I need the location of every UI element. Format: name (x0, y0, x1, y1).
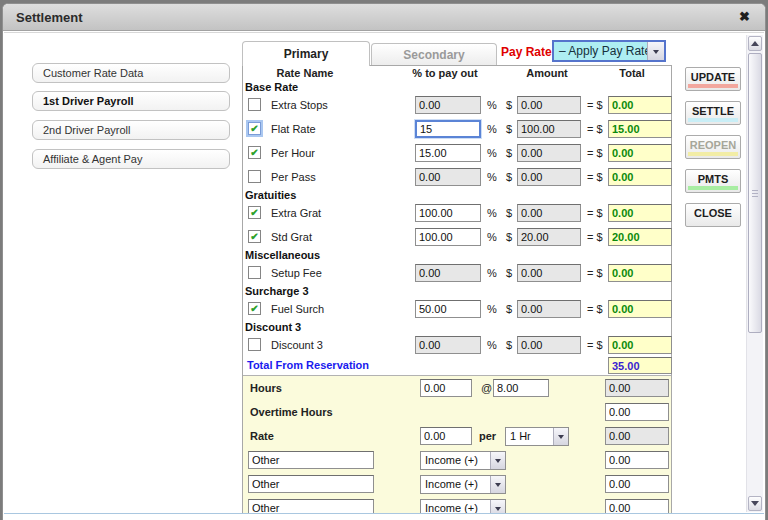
scrollbar-up-icon[interactable] (748, 36, 762, 51)
checkbox[interactable]: ✔ (248, 302, 261, 315)
tab-secondary[interactable]: Secondary (371, 43, 497, 66)
check-icon: ✔ (250, 123, 258, 134)
percent-sign: % (487, 165, 497, 189)
amount-input[interactable] (517, 264, 581, 282)
pct-input[interactable] (415, 264, 481, 282)
dropdown-arrow-icon[interactable] (490, 500, 505, 514)
amount-input[interactable] (517, 120, 581, 138)
close-button[interactable]: CLOSE (685, 203, 741, 227)
check-icon: ✔ (250, 231, 258, 242)
amount-input[interactable] (517, 96, 581, 114)
scrollbar-thumb[interactable] (748, 53, 762, 333)
rate-unit-value: 1 Hr (510, 430, 531, 442)
total-from-reservation-label: Total From Reservation (247, 359, 369, 371)
sidebar-item-1st-driver-payroll[interactable]: 1st Driver Payroll (32, 91, 230, 111)
col-header-pct: % to pay out (395, 67, 495, 79)
checkbox[interactable] (248, 338, 261, 351)
dropdown-arrow-icon[interactable] (647, 42, 664, 60)
other-amount-input[interactable] (605, 451, 669, 469)
pct-input[interactable] (415, 204, 481, 222)
amount-input[interactable] (517, 144, 581, 162)
amount-input[interactable] (517, 300, 581, 318)
payroll-section: Hours @ Overtime Hours Rate per (243, 375, 671, 514)
rate-row-fuel-surch: ✔ Fuel Surch % $ = $ (243, 297, 671, 321)
rate-panel: Rate Name % to pay out Amount Total Base… (242, 65, 672, 514)
sidebar-item-2nd-driver-payroll[interactable]: 2nd Driver Payroll (32, 120, 230, 140)
section-label-discount-3: Discount 3 (243, 321, 671, 333)
equals-dollar-sign: = $ (587, 261, 603, 285)
hours-rate-input[interactable] (493, 379, 549, 397)
other-row-3: Income (+) (243, 498, 671, 514)
hours-row: Hours @ (243, 378, 671, 400)
percent-sign: % (487, 141, 497, 165)
pct-input[interactable] (415, 168, 481, 186)
dialog-title: Settlement (16, 10, 82, 25)
pct-input[interactable] (415, 120, 481, 138)
percent-sign: % (487, 201, 497, 225)
rate-name-label: Per Pass (271, 165, 316, 189)
pct-input[interactable] (415, 336, 481, 354)
dialog-titlebar[interactable]: Settlement ✖ (3, 4, 765, 31)
percent-sign: % (487, 261, 497, 285)
rate-result-field (605, 427, 669, 445)
checkbox[interactable]: ✔ (248, 206, 261, 219)
other-amount-input[interactable] (605, 475, 669, 493)
reopen-accent-bar (688, 152, 738, 156)
dollar-sign: $ (506, 93, 512, 117)
rate-row-per-pass: Per Pass % $ = $ (243, 165, 671, 189)
section-label-gratuities: Gratuities (243, 189, 671, 201)
amount-input[interactable] (517, 204, 581, 222)
checkbox[interactable]: ✔ (248, 146, 261, 159)
pmts-button[interactable]: PMTS (685, 169, 741, 193)
checkbox[interactable]: ✔ (248, 230, 261, 243)
rate-unit-select[interactable]: 1 Hr (505, 427, 569, 446)
dropdown-arrow-icon[interactable] (490, 476, 505, 493)
tab-primary[interactable]: Primary (242, 41, 370, 66)
other-name-input[interactable] (248, 451, 374, 469)
amount-input[interactable] (517, 228, 581, 246)
pmts-accent-bar (688, 186, 738, 190)
amount-input[interactable] (517, 168, 581, 186)
percent-sign: % (487, 93, 497, 117)
col-header-rate-name: Rate Name (255, 67, 355, 79)
settle-button[interactable]: SETTLE (685, 101, 741, 125)
scrollbar-down-icon[interactable] (748, 496, 762, 511)
dollar-sign: $ (506, 165, 512, 189)
rate-row-setup-fee: Setup Fee % $ = $ (243, 261, 671, 285)
per-label: per (479, 430, 496, 442)
other-type-select[interactable]: Income (+) (420, 499, 506, 514)
amount-input[interactable] (517, 336, 581, 354)
other-name-input[interactable] (248, 499, 374, 514)
total-field (608, 144, 672, 162)
sidebar-item-affiliate-agent-pay[interactable]: Affiliate & Agent Pay (32, 149, 230, 169)
sidebar-item-customer-rate-data[interactable]: Customer Rate Data (32, 63, 230, 83)
hours-qty-input[interactable] (420, 379, 472, 397)
checkbox[interactable]: ✔ (248, 122, 261, 135)
other-type-value: Income (+) (425, 478, 478, 490)
dropdown-arrow-icon[interactable] (490, 452, 505, 469)
rate-value-input[interactable] (420, 427, 472, 445)
close-icon[interactable]: ✖ (739, 9, 750, 24)
rate-name-label: Extra Stops (271, 93, 328, 117)
total-from-reservation-row: Total From Reservation (243, 357, 671, 375)
pct-input[interactable] (415, 144, 481, 162)
other-type-select[interactable]: Income (+) (420, 475, 506, 494)
checkbox[interactable] (248, 170, 261, 183)
rate-name-label: Std Grat (271, 225, 312, 249)
dropdown-arrow-icon[interactable] (553, 428, 568, 445)
rate-row-extra-grat: ✔ Extra Grat % $ = $ (243, 201, 671, 225)
vertical-scrollbar[interactable] (746, 35, 763, 512)
checkbox[interactable] (248, 266, 261, 279)
checkbox[interactable] (248, 98, 261, 111)
rate-row: Rate per 1 Hr (243, 426, 671, 448)
pct-input[interactable] (415, 228, 481, 246)
update-button[interactable]: UPDATE (685, 67, 741, 91)
pay-rate-select[interactable]: – Apply Pay Rate (552, 40, 666, 62)
other-amount-input[interactable] (605, 499, 669, 514)
other-type-select[interactable]: Income (+) (420, 451, 506, 470)
equals-dollar-sign: = $ (587, 333, 603, 357)
other-name-input[interactable] (248, 475, 374, 493)
overtime-result-input[interactable] (605, 403, 669, 421)
pct-input[interactable] (415, 96, 481, 114)
pct-input[interactable] (415, 300, 481, 318)
